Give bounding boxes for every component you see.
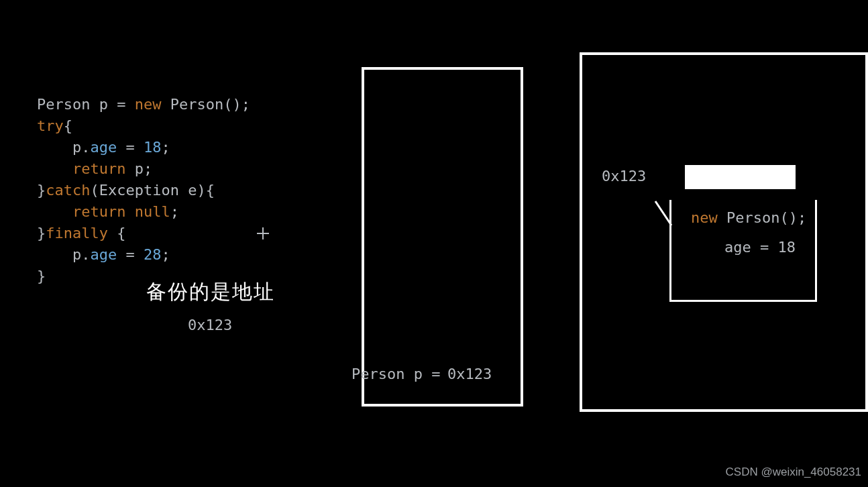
token-num: 28: [144, 246, 162, 263]
token-rest: p;: [125, 160, 152, 177]
token-type: Person: [37, 96, 90, 113]
token-indent: [37, 160, 72, 177]
annotation-address: 0x123: [188, 317, 232, 333]
token-field: age: [90, 139, 117, 156]
watermark: CSDN @weixin_46058231: [726, 466, 861, 479]
token-catch: catch: [46, 182, 90, 199]
heap-object-field: age = 18: [724, 239, 796, 256]
token-indent: [37, 203, 72, 220]
token-call: Person();: [718, 209, 806, 226]
token-null: null: [135, 203, 170, 220]
token-p: p: [72, 139, 81, 156]
token-var: p: [90, 96, 117, 113]
token-new: new: [135, 96, 162, 113]
token-call: Person();: [161, 96, 250, 113]
stack-var-label: Person p =: [351, 366, 440, 382]
stack-frame-box: [362, 67, 523, 407]
token-eq: =: [117, 246, 144, 263]
token-indent: [37, 139, 72, 156]
token-return: return: [72, 203, 125, 220]
token-new: new: [691, 209, 718, 226]
token-brace: }: [37, 268, 46, 284]
heap-highlight-rect: [685, 165, 796, 189]
token-brace: {: [64, 117, 72, 134]
token-paren: (Exception e){: [90, 182, 214, 199]
token-eq: =: [117, 139, 144, 156]
token-brace: }: [37, 225, 46, 241]
token-finally: finally: [46, 225, 108, 241]
token-dot: .: [81, 246, 90, 263]
token-semi: ;: [161, 246, 170, 263]
token-brace: }: [37, 182, 46, 199]
token-return: return: [72, 160, 125, 177]
token-try: try: [37, 117, 64, 134]
diagram-stage: Person p = new Person(); try{ p.age = 18…: [0, 0, 868, 487]
token-field: age: [90, 246, 117, 263]
annotation-note: 备份的是地址: [146, 278, 275, 306]
token-space: [125, 203, 134, 220]
stack-var-value: 0x123: [447, 366, 492, 382]
token-dot: .: [81, 139, 90, 156]
token-semi: ;: [161, 139, 170, 156]
token-brace: {: [108, 225, 126, 241]
token-indent: [37, 246, 72, 263]
heap-address: 0x123: [602, 168, 646, 184]
token-p: p: [72, 246, 81, 263]
code-block: Person p = new Person(); try{ p.age = 18…: [37, 94, 250, 287]
crosshair-cursor-icon: [257, 227, 269, 239]
token-eq: =: [117, 96, 135, 113]
token-num: 18: [144, 139, 162, 156]
heap-object-decl: new Person();: [691, 209, 806, 226]
token-semi: ;: [170, 203, 179, 220]
